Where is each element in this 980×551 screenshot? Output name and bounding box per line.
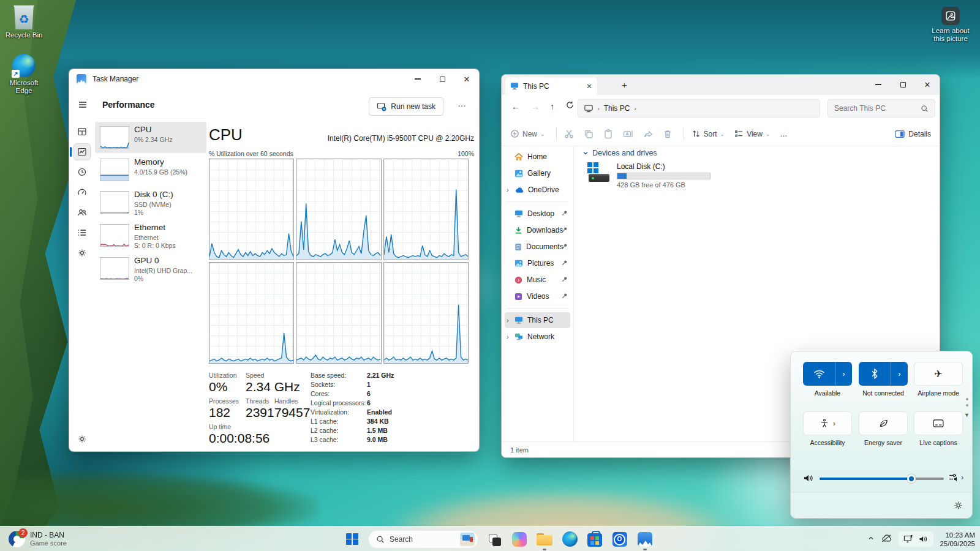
expand-chevron-icon[interactable]: › [507, 186, 509, 193]
page-dot[interactable] [966, 404, 968, 407]
disk-mini-chart [100, 191, 129, 214]
learn-about-picture[interactable]: Learn about this picture [928, 7, 973, 43]
copilot-button[interactable] [510, 530, 529, 549]
minimize-button[interactable] [866, 75, 891, 94]
output-expand-chevron[interactable]: › [961, 473, 963, 482]
metric-gpu[interactable]: GPU 0 Intel(R) UHD Grap...0% [95, 253, 206, 284]
bluetooth-expand-chevron[interactable]: › [891, 362, 908, 386]
volume-slider[interactable] [820, 478, 944, 480]
details-pane-button[interactable]: Details [895, 130, 931, 138]
widget-badge: 2 [18, 528, 28, 538]
view-button[interactable]: View⌄ [734, 129, 770, 138]
refresh-icon[interactable] [565, 100, 575, 111]
sidebar-item-documents[interactable]: Documents [505, 239, 570, 255]
rail-app-history[interactable] [74, 163, 91, 181]
rename-button[interactable] [623, 129, 633, 139]
rail-performance[interactable] [74, 143, 91, 160]
settings-gear-icon[interactable] [74, 430, 91, 448]
cut-button[interactable] [564, 129, 574, 139]
expand-chevron-icon[interactable]: › [507, 317, 509, 324]
widgets-button[interactable]: 2 IND - BAN Game score [4, 528, 72, 550]
audio-output-icon[interactable] [949, 473, 959, 484]
share-button[interactable] [643, 129, 653, 139]
rail-services[interactable] [74, 244, 91, 261]
toolbar-more-button[interactable]: … [780, 130, 788, 138]
desktop-icon-recycle-bin[interactable]: ♻ Recycle Bin [1, 5, 47, 39]
sidebar-item-videos[interactable]: Videos [505, 288, 570, 304]
run-new-task-button[interactable]: Run new task [369, 97, 443, 116]
paste-button[interactable] [603, 129, 613, 139]
up-button[interactable]: ↑ [550, 102, 554, 111]
metric-disk[interactable]: Disk 0 (C:) SSD (NVMe)1% [95, 187, 206, 218]
new-tab-button[interactable]: + [622, 80, 627, 90]
task-manager-button[interactable] [636, 530, 654, 549]
spec-row: L2 cache:1.5 MB [311, 427, 464, 434]
rail-processes[interactable] [74, 123, 91, 140]
back-button[interactable]: ← [511, 102, 520, 111]
sidebar-item-this-pc[interactable]: › This PC [505, 312, 570, 328]
drive-local-disk-c[interactable]: Local Disk (C:) 428 GB free of 476 GB [587, 162, 940, 189]
store-button[interactable] [586, 530, 604, 549]
outlook-button[interactable] [611, 530, 629, 549]
live-captions-tile[interactable] [914, 411, 963, 435]
sort-button[interactable]: Sort⌄ [692, 129, 725, 138]
delete-button[interactable] [663, 129, 673, 139]
hidden-icons-chevron[interactable] [867, 534, 875, 544]
metric-ethernet[interactable]: Ethernet EthernetS: 0 R: 0 Kbps [95, 220, 206, 251]
tab-close-icon[interactable]: ✕ [586, 82, 592, 91]
sidebar-item-desktop[interactable]: Desktop [505, 206, 570, 222]
taskbar-search-box[interactable]: Search [368, 530, 478, 549]
maximize-button[interactable] [891, 75, 915, 94]
sidebar-item-onedrive[interactable]: › OneDrive [505, 182, 570, 198]
metric-cpu[interactable]: CPU 0% 2.34 GHz [95, 122, 206, 153]
more-options-button[interactable]: … [458, 99, 467, 108]
speaker-icon[interactable] [803, 473, 814, 485]
tab-this-pc[interactable]: This PC ✕ [505, 77, 597, 95]
menu-icon[interactable] [78, 100, 88, 111]
settings-gear-icon[interactable] [953, 500, 963, 512]
pictures-icon [514, 260, 523, 267]
sidebar-item-music[interactable]: ♪ Music [505, 272, 570, 288]
copy-button[interactable] [584, 129, 594, 139]
rail-users[interactable] [74, 204, 91, 221]
page-dot[interactable] [966, 398, 968, 400]
group-devices-and-drives[interactable]: Devices and drives [582, 149, 940, 157]
new-button[interactable]: New⌄ [510, 129, 545, 138]
onedrive-tray-icon[interactable] [881, 534, 892, 544]
rename-icon [623, 129, 633, 139]
expand-chevron-icon[interactable]: › [507, 333, 509, 340]
energy-saver-tile[interactable] [859, 411, 908, 435]
sidebar-item-home[interactable]: Home [505, 149, 570, 165]
wifi-expand-chevron[interactable]: › [835, 362, 852, 386]
sidebar-item-pictures[interactable]: Pictures [505, 255, 570, 271]
tray-clock[interactable]: 10:23 AM 25/09/2025 [940, 531, 975, 548]
breadcrumb-this-pc[interactable]: This PC [604, 104, 630, 113]
close-button[interactable]: ✕ [915, 75, 940, 94]
network-volume-group[interactable] [899, 531, 933, 547]
sidebar-item-gallery[interactable]: Gallery [505, 165, 570, 181]
edge-button[interactable] [560, 530, 579, 549]
folder-icon [537, 533, 552, 545]
minimize-button[interactable] [405, 69, 430, 89]
volume-slider-knob[interactable] [907, 474, 916, 483]
desktop-icon-microsoft-edge[interactable]: ↗ Microsoft Edge [1, 54, 47, 95]
explorer-search-input[interactable]: Search This PC [827, 99, 935, 118]
task-manager-titlebar[interactable]: Task Manager ✕ [69, 69, 479, 89]
file-explorer-button[interactable] [535, 530, 554, 549]
bluetooth-tile[interactable]: › [859, 362, 908, 386]
wifi-tile[interactable]: › [803, 362, 852, 386]
forward-button[interactable]: → [531, 102, 540, 111]
rail-details[interactable] [74, 224, 91, 241]
airplane-mode-tile[interactable]: ✈ [914, 362, 963, 386]
close-button[interactable]: ✕ [454, 69, 479, 89]
accessibility-tile[interactable]: › [803, 411, 852, 435]
metric-memory[interactable]: Memory 4.0/15.9 GB (25%) [95, 154, 206, 186]
sidebar-item-network[interactable]: › Network [505, 329, 570, 345]
sidebar-item-downloads[interactable]: Downloads [505, 222, 570, 238]
page-down-arrow[interactable]: ▼ [964, 412, 970, 418]
start-button[interactable] [343, 530, 361, 549]
maximize-button[interactable] [430, 69, 454, 89]
address-bar[interactable]: › This PC › [578, 99, 820, 118]
task-view-button[interactable] [485, 530, 503, 549]
rail-startup-apps[interactable] [74, 184, 91, 201]
